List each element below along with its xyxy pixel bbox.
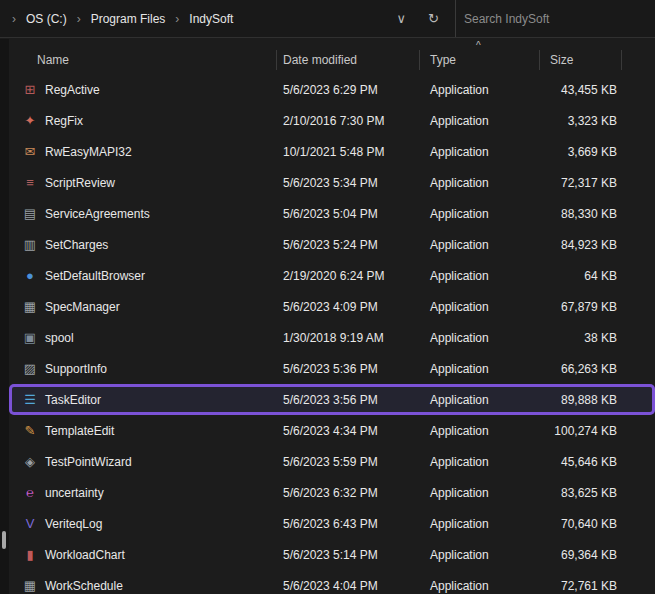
file-name: WorkSchedule bbox=[45, 579, 123, 593]
file-type: Application bbox=[420, 331, 540, 345]
file-size: 100,274 KB bbox=[540, 424, 622, 438]
file-size: 38 KB bbox=[540, 331, 622, 345]
file-name: VeriteqLog bbox=[45, 517, 102, 531]
file-size: 3,323 KB bbox=[540, 114, 622, 128]
file-row[interactable]: V VeriteqLog 5/6/2023 6:43 PM Applicatio… bbox=[9, 508, 655, 539]
file-size: 43,455 KB bbox=[540, 83, 622, 97]
file-icon: ▦ bbox=[22, 299, 38, 314]
file-date-modified: 5/6/2023 5:59 PM bbox=[277, 455, 420, 469]
file-type: Application bbox=[420, 300, 540, 314]
file-name-cell: ▨ SupportInfo bbox=[9, 361, 277, 376]
refresh-icon[interactable]: ↻ bbox=[422, 9, 445, 28]
file-icon: ✉ bbox=[22, 144, 38, 159]
file-row[interactable]: ℮ uncertainty 5/6/2023 6:32 PM Applicati… bbox=[9, 477, 655, 508]
file-row[interactable]: ▮ WorkloadChart 5/6/2023 5:14 PM Applica… bbox=[9, 539, 655, 570]
file-name: SpecManager bbox=[45, 300, 120, 314]
file-date-modified: 5/6/2023 5:24 PM bbox=[277, 238, 420, 252]
file-row[interactable]: ☰ TaskEditor 5/6/2023 3:56 PM Applicatio… bbox=[9, 384, 655, 415]
file-row[interactable]: ▣ spool 1/30/2018 9:19 AM Application 38… bbox=[9, 322, 655, 353]
search-box[interactable] bbox=[456, 0, 655, 37]
file-size: 83,625 KB bbox=[540, 486, 622, 500]
file-explorer-window: › OS (C:) › Program Files › IndySoft ∨ ↻… bbox=[0, 0, 655, 594]
address-dropdown-chevron-icon[interactable]: ∨ bbox=[391, 9, 413, 28]
file-type: Application bbox=[420, 393, 540, 407]
file-row[interactable]: ▤ ServiceAgreements 5/6/2023 5:04 PM App… bbox=[9, 198, 655, 229]
file-type: Application bbox=[420, 145, 540, 159]
file-row[interactable]: ▦ WorkSchedule 5/6/2023 4:04 PM Applicat… bbox=[9, 570, 655, 594]
file-row[interactable]: ⊞ RegActive 5/6/2023 6:29 PM Application… bbox=[9, 74, 655, 105]
file-date-modified: 5/6/2023 6:29 PM bbox=[277, 83, 420, 97]
file-name-cell: ▤ ServiceAgreements bbox=[9, 206, 277, 221]
file-size: 70,640 KB bbox=[540, 517, 622, 531]
chevron-right-icon: › bbox=[71, 12, 87, 26]
file-date-modified: 10/1/2021 5:48 PM bbox=[277, 145, 420, 159]
file-icon: ≡ bbox=[22, 175, 38, 190]
file-date-modified: 5/6/2023 6:43 PM bbox=[277, 517, 420, 531]
file-name: RegFix bbox=[45, 114, 83, 128]
file-type: Application bbox=[420, 83, 540, 97]
file-size: 88,330 KB bbox=[540, 207, 622, 221]
breadcrumb-item[interactable]: IndySoft bbox=[185, 10, 237, 28]
breadcrumb: › OS (C:) › Program Files › IndySoft bbox=[6, 10, 237, 28]
breadcrumb-item[interactable]: Program Files bbox=[87, 10, 170, 28]
file-name-cell: ▣ spool bbox=[9, 330, 277, 345]
file-size: 3,669 KB bbox=[540, 145, 622, 159]
left-scrollbar-thumb[interactable] bbox=[2, 531, 6, 549]
file-size: 67,879 KB bbox=[540, 300, 622, 314]
file-row[interactable]: ● SetDefaultBrowser 2/19/2020 6:24 PM Ap… bbox=[9, 260, 655, 291]
file-type: Application bbox=[420, 176, 540, 190]
column-header-type[interactable]: ^ Type bbox=[420, 50, 540, 70]
file-type: Application bbox=[420, 517, 540, 531]
search-input[interactable] bbox=[464, 12, 647, 26]
file-icon: ▦ bbox=[22, 578, 38, 593]
file-row[interactable]: ✦ RegFix 2/10/2016 7:30 PM Application 3… bbox=[9, 105, 655, 136]
file-row[interactable]: ▥ SetCharges 5/6/2023 5:24 PM Applicatio… bbox=[9, 229, 655, 260]
file-name: TemplateEdit bbox=[45, 424, 114, 438]
file-size: 72,761 KB bbox=[540, 579, 622, 593]
column-header-name[interactable]: Name bbox=[9, 50, 277, 70]
file-row[interactable]: ▨ SupportInfo 5/6/2023 5:36 PM Applicati… bbox=[9, 353, 655, 384]
file-name: WorkloadChart bbox=[45, 548, 125, 562]
file-icon: ℮ bbox=[22, 485, 38, 500]
file-date-modified: 5/6/2023 4:09 PM bbox=[277, 300, 420, 314]
file-type: Application bbox=[420, 207, 540, 221]
column-header-date-modified[interactable]: Date modified bbox=[277, 50, 420, 70]
file-type: Application bbox=[420, 579, 540, 593]
file-date-modified: 5/6/2023 5:14 PM bbox=[277, 548, 420, 562]
file-row[interactable]: ✎ TemplateEdit 5/6/2023 4:34 PM Applicat… bbox=[9, 415, 655, 446]
file-type: Application bbox=[420, 486, 540, 500]
column-header-size[interactable]: Size bbox=[540, 50, 622, 70]
file-icon: ▮ bbox=[22, 547, 38, 562]
file-name: ScriptReview bbox=[45, 176, 115, 190]
file-name: spool bbox=[45, 331, 74, 345]
column-header-row: Name Date modified ^ Type Size bbox=[9, 48, 655, 72]
file-name-cell: ✎ TemplateEdit bbox=[9, 423, 277, 438]
file-size: 66,263 KB bbox=[540, 362, 622, 376]
file-row[interactable]: ≡ ScriptReview 5/6/2023 5:34 PM Applicat… bbox=[9, 167, 655, 198]
file-list-panel: Name Date modified ^ Type Size ⊞ RegActi… bbox=[9, 39, 655, 594]
file-name: RwEasyMAPI32 bbox=[45, 145, 132, 159]
file-name-cell: ☰ TaskEditor bbox=[9, 392, 277, 407]
file-name: SupportInfo bbox=[45, 362, 107, 376]
file-row[interactable]: ◈ TestPointWizard 5/6/2023 5:59 PM Appli… bbox=[9, 446, 655, 477]
file-date-modified: 5/6/2023 4:34 PM bbox=[277, 424, 420, 438]
file-row[interactable]: ▦ SpecManager 5/6/2023 4:09 PM Applicati… bbox=[9, 291, 655, 322]
file-date-modified: 2/10/2016 7:30 PM bbox=[277, 114, 420, 128]
file-name: TaskEditor bbox=[45, 393, 101, 407]
file-name-cell: ≡ ScriptReview bbox=[9, 175, 277, 190]
file-icon: ▣ bbox=[22, 330, 38, 345]
file-name-cell: ▦ SpecManager bbox=[9, 299, 277, 314]
file-icon: V bbox=[22, 516, 38, 531]
file-name: RegActive bbox=[45, 83, 100, 97]
address-bar[interactable]: › OS (C:) › Program Files › IndySoft ∨ ↻ bbox=[0, 0, 456, 37]
file-size: 89,888 KB bbox=[540, 393, 622, 407]
file-name-cell: V VeriteqLog bbox=[9, 516, 277, 531]
file-size: 84,923 KB bbox=[540, 238, 622, 252]
breadcrumb-item[interactable]: OS (C:) bbox=[22, 10, 71, 28]
file-icon: ◈ bbox=[22, 454, 38, 469]
file-type: Application bbox=[420, 238, 540, 252]
file-date-modified: 2/19/2020 6:24 PM bbox=[277, 269, 420, 283]
file-date-modified: 5/6/2023 5:34 PM bbox=[277, 176, 420, 190]
file-row[interactable]: ✉ RwEasyMAPI32 10/1/2021 5:48 PM Applica… bbox=[9, 136, 655, 167]
file-icon: ✦ bbox=[22, 113, 38, 128]
